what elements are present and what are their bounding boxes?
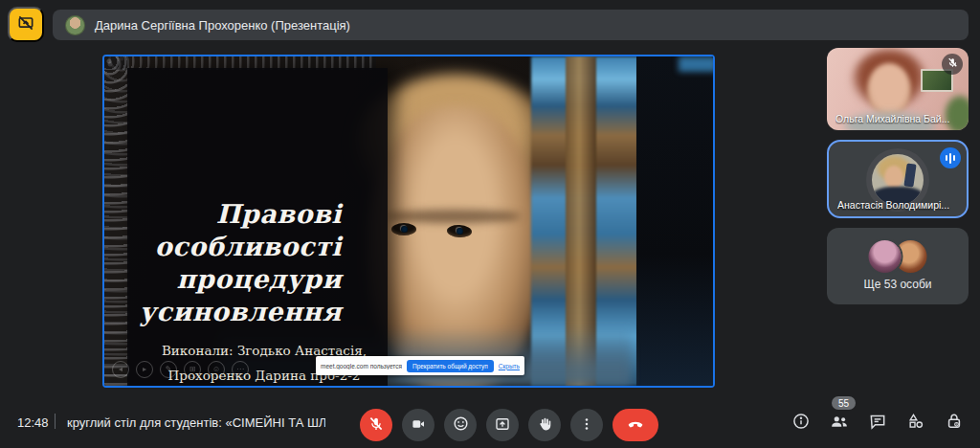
- slideshow-toolbar: ◂ ▸ ✎ ⊞ ☺ ⋯: [112, 361, 249, 378]
- mic-muted-indicator: [942, 54, 963, 75]
- slideshow-prev-icon[interactable]: ◂: [112, 361, 129, 378]
- slideshow-more-icon[interactable]: ⋯: [232, 361, 249, 378]
- participant-tile-anastasiia[interactable]: Анастасія Володимирі...: [827, 140, 969, 218]
- participant-name: Анастасія Володимирі...: [837, 199, 958, 211]
- photo-child-eye-left: [391, 223, 416, 235]
- mic-off-icon: [368, 415, 385, 436]
- slideshow-pen-icon[interactable]: ✎: [160, 361, 177, 378]
- chat-icon: [868, 412, 887, 435]
- slideshow-grid-icon[interactable]: ⊞: [184, 361, 201, 378]
- presenter-name: Дарина Сергіївна Прохоренко (Презентація…: [95, 18, 350, 33]
- presentation-warning-button[interactable]: [8, 7, 44, 42]
- activities-icon: [906, 412, 925, 435]
- slide-title-line: Правові: [139, 198, 342, 231]
- photo-blue-sliver: [679, 56, 715, 72]
- presenter-avatar: [65, 15, 85, 35]
- more-options-button[interactable]: [570, 409, 603, 441]
- meeting-panels: 55: [791, 413, 965, 434]
- slideshow-reaction-icon[interactable]: ☺: [208, 361, 225, 378]
- shared-screen-region[interactable]: Правові особливості процедури усиновленн…: [102, 55, 715, 388]
- mic-off-icon: [947, 56, 959, 73]
- slide-title-line: процедури: [139, 263, 342, 296]
- participant-tile-olga[interactable]: Ольга Михайлівна Бай...: [827, 48, 969, 130]
- slide-title-line: усиновлення: [139, 296, 342, 328]
- share-message: meet.google.com пользуется вашим экраном…: [321, 363, 402, 370]
- avatar-phone: [903, 163, 916, 187]
- slide-title: Правові особливості процедури усиновленн…: [139, 198, 342, 328]
- chat-panel-button[interactable]: [867, 413, 888, 434]
- info-icon: [791, 412, 811, 435]
- end-call-button[interactable]: [612, 409, 658, 441]
- meet-window: Дарина Сергіївна Прохоренко (Презентація…: [0, 0, 980, 448]
- speaking-indicator: [940, 147, 961, 168]
- meeting-details-button[interactable]: [791, 413, 812, 434]
- reactions-button[interactable]: [444, 409, 477, 441]
- audio-bar: [949, 153, 952, 164]
- host-controls-button[interactable]: [944, 413, 965, 434]
- camera-toggle-button[interactable]: [402, 409, 434, 441]
- people-icon: [829, 411, 850, 436]
- present-screen-button[interactable]: [486, 409, 519, 441]
- phone-hangup-icon: [625, 414, 646, 437]
- raise-hand-button[interactable]: [528, 409, 561, 441]
- participants-panel-button[interactable]: 55: [829, 413, 850, 434]
- smiley-icon: [452, 414, 470, 436]
- hide-share-bar-link[interactable]: Скрыть: [499, 363, 520, 370]
- photo-dark-right: [636, 56, 713, 386]
- presenter-banner[interactable]: Дарина Сергіївна Прохоренко (Презентація…: [53, 10, 969, 40]
- more-vertical-icon: [578, 415, 595, 436]
- avatar-stack: [869, 240, 927, 273]
- stop-sharing-button[interactable]: Прекратить общий доступ: [407, 360, 494, 372]
- house-plant: [944, 94, 969, 130]
- slide-title-line: особливості: [139, 231, 342, 263]
- more-participants-label: Ще 53 особи: [827, 278, 969, 291]
- hand-icon: [536, 415, 553, 436]
- photo-child-brow: [387, 210, 521, 223]
- activities-panel-button[interactable]: [905, 413, 926, 434]
- clock: 12:48: [17, 415, 49, 430]
- slideshow-play-icon[interactable]: ▸: [136, 361, 153, 378]
- audio-bar: [953, 155, 956, 161]
- divider: [55, 414, 56, 429]
- participant-video-detail: [867, 63, 911, 117]
- more-participants-tile[interactable]: Ще 53 особи: [827, 228, 969, 304]
- participant-name: Ольга Михайлівна Бай...: [835, 113, 960, 124]
- presentation-off-icon: [16, 13, 35, 35]
- camera-icon: [410, 415, 427, 436]
- photo-lace-curtain-left: [104, 56, 129, 386]
- mic-toggle-button[interactable]: [360, 409, 392, 441]
- chrome-share-bar: meet.google.com пользуется вашим экраном…: [316, 356, 524, 375]
- audio-bar: [946, 155, 948, 161]
- present-icon: [494, 415, 511, 436]
- avatar-detail: [884, 166, 903, 189]
- call-controls: [360, 409, 658, 441]
- avatar: [869, 240, 902, 273]
- participant-count-badge: 55: [832, 396, 856, 410]
- meeting-title: круглий стіл для студентів: «СІМЕЙНІ ТА …: [67, 415, 325, 430]
- lock-icon: [945, 412, 964, 435]
- avatar: [872, 154, 924, 206]
